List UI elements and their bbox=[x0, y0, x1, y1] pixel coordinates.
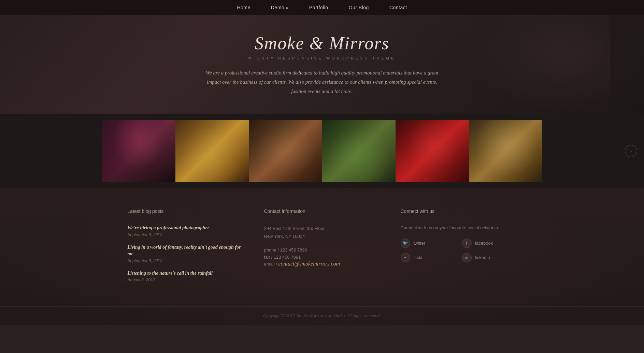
blog-post-3-title[interactable]: Listening to the nature's call in the ra… bbox=[128, 270, 244, 277]
main-nav: Home Demo » Portfolio Our Blog Contact bbox=[0, 0, 644, 15]
linkedin-icon: in bbox=[462, 253, 472, 262]
contact-phone-label: phone / bbox=[264, 247, 280, 253]
gallery-item-6[interactable] bbox=[469, 120, 542, 182]
contact-address-line2: New York, NY 10014 bbox=[264, 234, 305, 239]
contact-address: 294 East 12th Street, 3rd Floor New York… bbox=[264, 225, 380, 241]
social-linkedin[interactable]: in linkedin bbox=[462, 253, 517, 262]
contact-email-label: email / bbox=[264, 261, 278, 267]
gallery-item-2[interactable] bbox=[175, 120, 249, 182]
blog-post-1: We're hiring a professional photographer… bbox=[128, 225, 244, 237]
blog-posts-title: Latest blog posts bbox=[128, 208, 244, 219]
blog-post-3: Listening to the nature's call in the ra… bbox=[128, 270, 244, 283]
hero-title: Smoke & Mirrors bbox=[199, 33, 445, 53]
blog-post-1-date: September 9, 2012 bbox=[128, 232, 244, 237]
footer-section: Latest blog posts We're hiring a profess… bbox=[0, 188, 644, 325]
contact-column: Contact information 294 East 12th Street… bbox=[254, 208, 390, 289]
twitter-icon: 🐦 bbox=[401, 239, 410, 248]
nav-contact[interactable]: Contact bbox=[389, 5, 407, 10]
contact-title: Contact information bbox=[264, 208, 380, 219]
copyright-text: Copyright © 2012 Smoke & Mirrors art stu… bbox=[0, 313, 644, 318]
social-grid: 🐦 twitter f facebook ● flickr in linkedi… bbox=[401, 239, 517, 262]
gallery-next-button[interactable]: › bbox=[625, 145, 637, 157]
contact-phone: 123 456 7890 bbox=[280, 247, 307, 253]
contact-fax: 123 456 7891 bbox=[274, 255, 301, 260]
nav-home[interactable]: Home bbox=[237, 5, 250, 10]
footer-bottom: Copyright © 2012 Smoke & Mirrors art stu… bbox=[0, 306, 644, 325]
social-flickr[interactable]: ● flickr bbox=[401, 253, 455, 262]
footer-content: Latest blog posts We're hiring a profess… bbox=[117, 208, 527, 306]
gallery-section: › bbox=[0, 114, 644, 188]
hero-section: Smoke & Mirrors MIGHTY RESPONSIVE WORDPR… bbox=[0, 15, 644, 114]
blog-post-2: Living in a world of fantasy, reality ai… bbox=[128, 244, 244, 263]
contact-fax-label: fax / bbox=[264, 255, 274, 260]
nav-demo[interactable]: Demo » bbox=[271, 5, 289, 10]
blog-post-1-title[interactable]: We're hiring a professional photographer bbox=[128, 225, 244, 231]
social-description: Connect with us on your favourite social… bbox=[401, 225, 517, 232]
flickr-label: flickr bbox=[414, 255, 423, 260]
hero-content: Smoke & Mirrors MIGHTY RESPONSIVE WORDPR… bbox=[199, 33, 445, 96]
gallery-item-4[interactable] bbox=[322, 120, 396, 182]
linkedin-label: linkedin bbox=[475, 255, 490, 260]
twitter-label: twitter bbox=[414, 241, 426, 246]
gallery-item-5[interactable] bbox=[396, 120, 469, 182]
social-column: Connect with us Connect with us on your … bbox=[390, 208, 527, 289]
blog-posts-column: Latest blog posts We're hiring a profess… bbox=[117, 208, 254, 289]
blog-post-2-title[interactable]: Living in a world of fantasy, reality ai… bbox=[128, 244, 244, 257]
nav-blog[interactable]: Our Blog bbox=[349, 5, 369, 10]
contact-email[interactable]: contact@smokemirrors.com bbox=[278, 261, 340, 267]
blog-post-3-date: August 8, 2012 bbox=[128, 277, 244, 282]
blog-post-2-date: September 9, 2012 bbox=[128, 258, 244, 263]
social-twitter[interactable]: 🐦 twitter bbox=[401, 239, 455, 248]
hero-description: We are a professional creative studio fi… bbox=[199, 68, 445, 96]
contact-phone-block: phone / 123 456 7890 fax / 123 456 7891 … bbox=[264, 247, 380, 268]
facebook-label: facebook bbox=[475, 241, 493, 246]
hero-subtitle: MIGHTY RESPONSIVE WORDPRESS THEME bbox=[199, 56, 445, 60]
gallery-item-3[interactable] bbox=[249, 120, 322, 182]
flickr-icon: ● bbox=[401, 253, 410, 262]
social-facebook[interactable]: f facebook bbox=[462, 239, 517, 248]
social-title: Connect with us bbox=[401, 208, 517, 219]
gallery-item-1[interactable] bbox=[102, 120, 175, 182]
facebook-icon: f bbox=[462, 239, 472, 248]
nav-portfolio[interactable]: Portfolio bbox=[309, 5, 328, 10]
gallery-strip bbox=[87, 120, 558, 182]
contact-address-line1: 294 East 12th Street, 3rd Floor bbox=[264, 226, 325, 231]
